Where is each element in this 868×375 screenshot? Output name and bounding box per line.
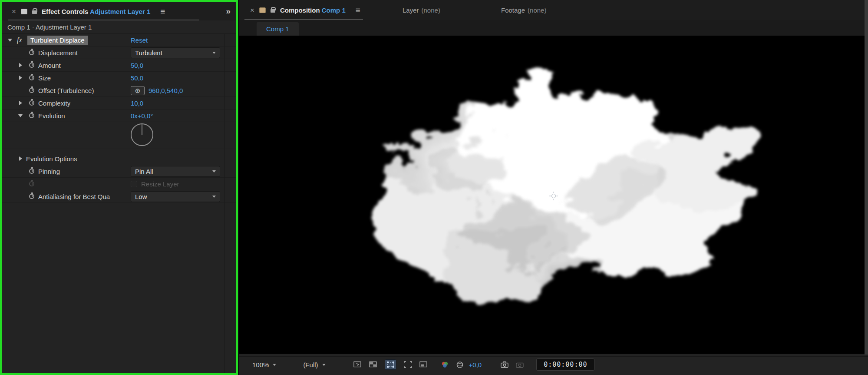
exposure-value[interactable]: +0,0 [469, 361, 482, 368]
pinning-dropdown[interactable]: Pin All [131, 166, 220, 177]
tab-title-text: Footage [501, 7, 525, 14]
close-icon[interactable]: × [250, 7, 254, 14]
fx-badge-icon: fx [17, 36, 26, 44]
close-icon[interactable]: × [12, 8, 16, 15]
dropdown-value: Turbulent [135, 49, 162, 56]
effect-controls-tabbar: × Effect Controls Adjustment Layer 1 ≡ » [2, 2, 236, 20]
chevron-right-icon[interactable] [19, 76, 22, 80]
stopwatch-icon[interactable] [29, 169, 34, 174]
resize-layer-checkbox[interactable] [131, 181, 137, 187]
composition-tabbar: × Composition Comp 1 ≡ Layer (none) Foot… [239, 0, 868, 20]
effect-properties-list: fx Turbulent Displace Reset Displacement… [2, 34, 236, 203]
anchor-point-icon[interactable] [549, 191, 558, 201]
tab-title-text: Composition [280, 7, 320, 14]
property-label: Displacement [38, 49, 78, 56]
stopwatch-icon[interactable] [29, 113, 34, 118]
region-of-interest-icon[interactable] [404, 361, 412, 368]
property-label: Amount [38, 62, 61, 69]
tab-title-text: Effect Controls [42, 8, 89, 15]
resolution-dropdown[interactable]: (Full) [303, 361, 325, 368]
effect-controls-tab[interactable]: Effect Controls Adjustment Layer 1 [42, 8, 150, 15]
zoom-value: 100% [252, 361, 269, 368]
channels-icon[interactable] [441, 361, 449, 368]
checkbox-label: Resize Layer [141, 180, 179, 188]
property-row-resize-layer: Resize Layer [2, 178, 236, 190]
stopwatch-icon[interactable] [29, 63, 34, 68]
transparency-grid-icon[interactable] [369, 361, 377, 368]
size-value[interactable]: 50,0 [131, 74, 143, 82]
snapshot-camera-icon[interactable] [501, 361, 509, 368]
crosshair-glyph: ⊕ [135, 87, 141, 94]
stopwatch-icon [29, 181, 34, 186]
lock-icon[interactable] [271, 9, 275, 13]
property-label: Evolution Options [26, 155, 77, 163]
stopwatch-icon[interactable] [29, 100, 34, 106]
property-row-evolution-options[interactable]: Evolution Options [2, 153, 236, 165]
amount-value[interactable]: 50,0 [131, 62, 143, 69]
tab-target-text: Adjustment Layer 1 [90, 8, 150, 15]
tab-target-text: (none) [528, 7, 546, 14]
rotation-dial[interactable] [131, 123, 153, 146]
property-label: Offset (Turbulence) [38, 87, 94, 94]
dropdown-value: Pin All [135, 168, 153, 175]
property-row-size: Size 50,0 [2, 72, 236, 84]
crop-region-icon[interactable] [419, 361, 428, 368]
composition-viewer[interactable] [239, 36, 868, 354]
timecode-display[interactable]: 0:00:00:00 [536, 358, 594, 371]
chevron-down-icon[interactable] [18, 114, 23, 117]
effect-header-row[interactable]: fx Turbulent Displace Reset [2, 34, 236, 46]
chevron-down-icon [212, 52, 216, 54]
panel-menu-icon[interactable]: ≡ [356, 6, 360, 14]
layer-tab[interactable]: Layer (none) [403, 0, 440, 20]
panel-thumbnail-icon [21, 9, 27, 14]
grid-guides-icon[interactable] [353, 361, 362, 368]
stopwatch-icon[interactable] [29, 50, 34, 55]
evolution-value[interactable]: 0x+0,0° [131, 112, 153, 119]
displacement-dropdown[interactable]: Turbulent [131, 47, 220, 58]
viewer-tab-strip: Comp 1 [239, 20, 868, 36]
property-label: Antialiasing for Best Qua [38, 193, 110, 200]
property-row-complexity: Complexity 10,0 [2, 97, 236, 110]
magnification-dropdown[interactable]: 100% [252, 361, 276, 368]
footage-tab[interactable]: Footage (none) [501, 0, 546, 20]
reset-exposure-icon[interactable] [456, 361, 464, 368]
panel-thumbnail-icon [259, 7, 266, 13]
tab-target-text: Comp 1 [322, 7, 346, 14]
chevron-right-icon[interactable] [19, 101, 22, 105]
property-row-amount: Amount 50,0 [2, 59, 236, 72]
antialiasing-dropdown[interactable]: Low [131, 191, 220, 202]
right-dock-edge[interactable] [865, 0, 868, 355]
panel-divider [224, 34, 224, 373]
stopwatch-icon[interactable] [29, 194, 34, 199]
stopwatch-icon[interactable] [29, 75, 34, 80]
resolution-value: (Full) [303, 361, 318, 368]
composition-tab[interactable]: × Composition Comp 1 ≡ [239, 0, 366, 20]
show-snapshot-icon[interactable] [516, 361, 524, 368]
offset-crosshair-icon[interactable]: ⊕ [131, 86, 145, 95]
lock-icon[interactable] [32, 10, 37, 14]
reset-button[interactable]: Reset [131, 37, 148, 44]
effect-name[interactable]: Turbulent Displace [27, 36, 88, 45]
chevron-down-icon [273, 364, 276, 366]
chevron-down-icon [212, 170, 216, 173]
breadcrumb: Comp 1 · Adjustment Layer 1 [2, 20, 236, 34]
mask-path-visibility-icon[interactable] [385, 359, 396, 370]
tab-overflow-icon[interactable]: » [226, 7, 231, 16]
chevron-down-icon[interactable] [8, 39, 12, 42]
property-label: Size [38, 74, 51, 82]
composition-panel: × Composition Comp 1 ≡ Layer (none) Foot… [239, 0, 868, 375]
effect-controls-panel: × Effect Controls Adjustment Layer 1 ≡ »… [0, 0, 238, 375]
panel-menu-icon[interactable]: ≡ [160, 7, 165, 16]
dropdown-value: Low [135, 193, 147, 200]
chevron-right-icon[interactable] [19, 156, 22, 161]
stopwatch-icon[interactable] [29, 88, 34, 93]
property-label: Evolution [38, 112, 65, 119]
comp-view-tab[interactable]: Comp 1 [257, 22, 299, 36]
chevron-down-icon [212, 196, 216, 198]
evolution-dial-row [2, 122, 236, 149]
offset-value[interactable]: 960,0,540,0 [149, 87, 183, 94]
complexity-value[interactable]: 10,0 [131, 100, 143, 107]
chevron-right-icon[interactable] [19, 63, 22, 67]
composition-toolbar: 100% (Full) [239, 356, 868, 372]
viewer-options-icons [353, 359, 428, 370]
